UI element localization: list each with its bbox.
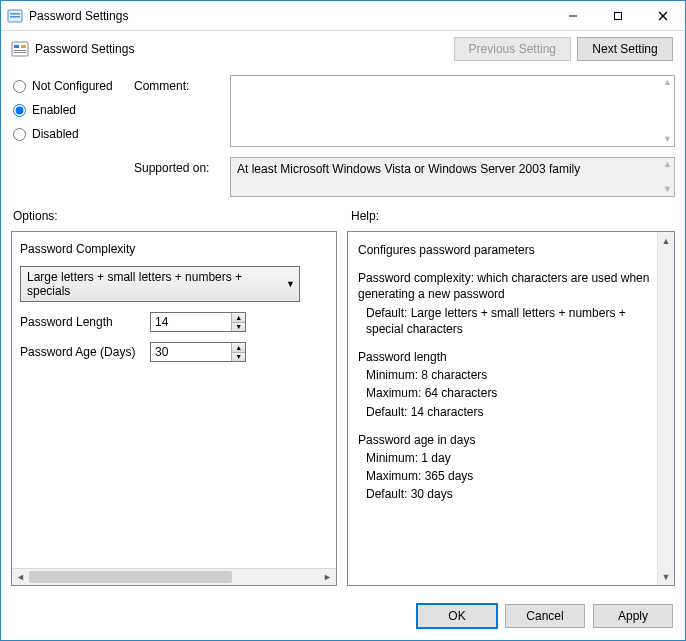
svg-rect-9	[21, 45, 26, 48]
radio-not-configured[interactable]: Not Configured	[13, 79, 128, 93]
header-row: Password Settings Previous Setting Next …	[1, 31, 685, 67]
close-button[interactable]	[640, 1, 685, 30]
comment-scroll[interactable]: ▲▼	[663, 78, 672, 144]
radio-enabled-label: Enabled	[32, 103, 76, 117]
scroll-up-icon[interactable]: ▲	[658, 232, 674, 249]
svg-rect-2	[10, 16, 20, 18]
window-controls	[550, 1, 685, 30]
help-length-min: Minimum: 8 characters	[358, 367, 656, 383]
section-labels-row: Options: Help:	[1, 207, 685, 225]
help-age-max: Maximum: 365 days	[358, 468, 656, 484]
help-panel: Configures password parameters Password …	[347, 231, 675, 586]
password-complexity-label: Password Complexity	[20, 242, 328, 256]
password-length-arrows[interactable]: ▲▼	[231, 313, 245, 331]
scroll-right-icon[interactable]: ►	[319, 569, 336, 585]
password-age-input[interactable]	[151, 343, 231, 361]
app-icon	[7, 8, 23, 24]
svg-rect-11	[14, 52, 26, 53]
password-age-arrows[interactable]: ▲▼	[231, 343, 245, 361]
radio-disabled-label: Disabled	[32, 127, 79, 141]
help-text: Configures password parameters Password …	[348, 232, 674, 585]
password-age-spinner[interactable]: ▲▼	[150, 342, 246, 362]
policy-icon	[11, 40, 29, 58]
maximize-button[interactable]	[595, 1, 640, 30]
supported-scroll: ▲▼	[663, 160, 672, 194]
footer-buttons: OK Cancel Apply	[1, 596, 685, 640]
header-title: Password Settings	[35, 42, 134, 56]
titlebar: Password Settings	[1, 1, 685, 31]
password-age-label: Password Age (Days)	[20, 345, 140, 359]
window-title: Password Settings	[29, 9, 550, 23]
svg-rect-10	[14, 50, 26, 51]
svg-rect-7	[12, 42, 28, 56]
radio-enabled[interactable]: Enabled	[13, 103, 128, 117]
help-length-head: Password length	[358, 349, 656, 365]
scroll-thumb[interactable]	[29, 571, 232, 583]
dialog-window: Password Settings	[0, 0, 686, 641]
radio-not-configured-label: Not Configured	[32, 79, 113, 93]
comment-label: Comment:	[134, 75, 224, 93]
chevron-down-icon: ▼	[286, 279, 295, 289]
state-radio-group: Not Configured Enabled Disabled	[13, 75, 128, 141]
options-panel: Password Complexity Large letters + smal…	[11, 231, 337, 586]
supported-on-value: At least Microsoft Windows Vista or Wind…	[237, 162, 580, 176]
svg-rect-4	[614, 12, 621, 19]
help-length-def: Default: 14 characters	[358, 404, 656, 420]
password-complexity-dropdown[interactable]: Large letters + small letters + numbers …	[20, 266, 300, 302]
help-v-scrollbar[interactable]: ▲ ▼	[657, 232, 674, 585]
upper-section: Not Configured Enabled Disabled Comment:…	[1, 67, 685, 207]
help-age-def: Default: 30 days	[358, 486, 656, 502]
options-h-scrollbar[interactable]: ◄ ►	[12, 568, 336, 585]
radio-disabled-input[interactable]	[13, 128, 26, 141]
radio-not-configured-input[interactable]	[13, 80, 26, 93]
radio-disabled[interactable]: Disabled	[13, 127, 128, 141]
password-length-input[interactable]	[151, 313, 231, 331]
help-line-intro: Configures password parameters	[358, 242, 656, 258]
main-body: Password Complexity Large letters + smal…	[1, 225, 685, 596]
svg-rect-8	[14, 45, 19, 48]
help-age-min: Minimum: 1 day	[358, 450, 656, 466]
comment-textarea[interactable]: ▲▼	[230, 75, 675, 147]
previous-setting-button[interactable]: Previous Setting	[454, 37, 571, 61]
help-age-head: Password age in days	[358, 432, 656, 448]
minimize-button[interactable]	[550, 1, 595, 30]
next-setting-button[interactable]: Next Setting	[577, 37, 673, 61]
apply-button[interactable]: Apply	[593, 604, 673, 628]
ok-button[interactable]: OK	[417, 604, 497, 628]
scroll-down-icon[interactable]: ▼	[658, 568, 674, 585]
password-complexity-value: Large letters + small letters + numbers …	[27, 270, 242, 298]
help-length-max: Maximum: 64 characters	[358, 385, 656, 401]
radio-enabled-input[interactable]	[13, 104, 26, 117]
svg-rect-1	[10, 13, 20, 15]
help-complexity-desc: Password complexity: which characters ar…	[358, 270, 656, 302]
help-complexity-default: Default: Large letters + small letters +…	[358, 305, 656, 337]
password-length-spinner[interactable]: ▲▼	[150, 312, 246, 332]
options-section-label: Options:	[13, 209, 339, 223]
password-length-label: Password Length	[20, 315, 140, 329]
supported-on-box: At least Microsoft Windows Vista or Wind…	[230, 157, 675, 197]
cancel-button[interactable]: Cancel	[505, 604, 585, 628]
help-section-label: Help:	[351, 209, 675, 223]
supported-on-label: Supported on:	[134, 157, 224, 175]
scroll-left-icon[interactable]: ◄	[12, 569, 29, 585]
